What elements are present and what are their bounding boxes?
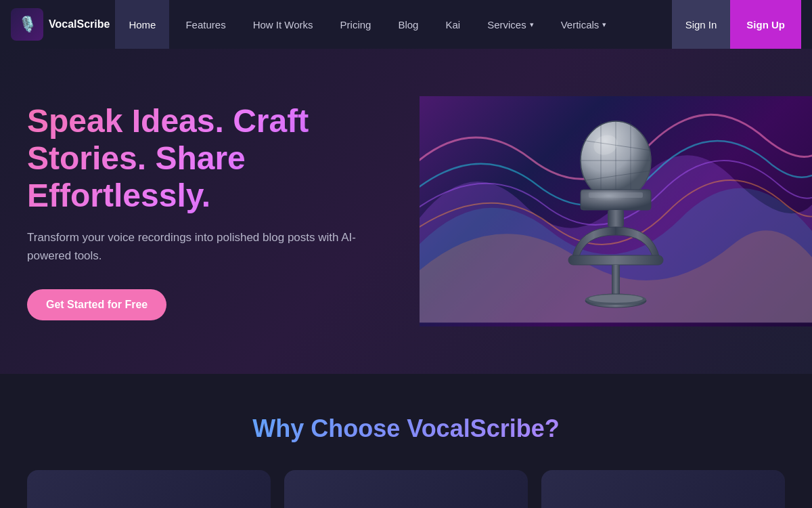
- logo[interactable]: 🎙️ VocalScribe: [11, 8, 110, 41]
- hero-title: Speak Ideas. Craft Stories. Share Effort…: [27, 102, 392, 215]
- nav-pricing-label: Pricing: [340, 19, 371, 30]
- hero-content: Speak Ideas. Craft Stories. Share Effort…: [27, 102, 420, 320]
- hero-section: Speak Ideas. Craft Stories. Share Effort…: [0, 49, 812, 374]
- navbar: 🎙️ VocalScribe Home Features How It Work…: [0, 0, 812, 49]
- logo-text: VocalScribe: [49, 18, 110, 30]
- microphone-svg: [541, 110, 690, 313]
- nav-item-features[interactable]: Features: [172, 0, 239, 49]
- svg-rect-11: [568, 255, 663, 265]
- svg-rect-10: [608, 210, 624, 227]
- logo-icon: 🎙️: [11, 8, 43, 41]
- nav-verticals-label: Verticals: [561, 19, 600, 30]
- nav-item-pricing[interactable]: Pricing: [327, 0, 385, 49]
- why-card-1: [27, 470, 271, 508]
- nav-item-services[interactable]: Services ▾: [474, 0, 547, 49]
- hero-subtitle: Transform your voice recordings into pol…: [27, 228, 392, 265]
- why-card-3: [541, 470, 785, 508]
- nav-services-label: Services: [487, 19, 526, 30]
- sign-in-button[interactable]: Sign In: [672, 0, 731, 49]
- nav-item-home[interactable]: Home: [115, 0, 169, 49]
- nav-item-verticals[interactable]: Verticals ▾: [547, 0, 621, 49]
- logo-emoji: 🎙️: [18, 16, 37, 33]
- why-cards-container: [27, 470, 785, 508]
- svg-point-15: [589, 295, 643, 303]
- nav-item-kai[interactable]: Kai: [432, 0, 474, 49]
- sign-up-label: Sign Up: [746, 19, 785, 30]
- nav-home-label: Home: [129, 19, 156, 30]
- why-card-2: [284, 470, 528, 508]
- nav-features-label: Features: [185, 19, 225, 30]
- hero-cta-button[interactable]: Get Started for Free: [27, 289, 166, 320]
- hero-image: [420, 96, 812, 326]
- nav-blog-label: Blog: [398, 19, 418, 30]
- nav-item-blog[interactable]: Blog: [384, 0, 432, 49]
- sign-up-button[interactable]: Sign Up: [730, 0, 801, 49]
- svg-rect-9: [589, 192, 643, 198]
- verticals-chevron-icon: ▾: [602, 20, 606, 29]
- nav-kai-label: Kai: [445, 19, 460, 30]
- services-chevron-icon: ▾: [530, 20, 534, 29]
- why-choose-section: Why Choose VocalScribe?: [0, 374, 812, 508]
- why-choose-title: Why Choose VocalScribe?: [27, 415, 785, 443]
- nav-item-how-it-works[interactable]: How It Works: [240, 0, 327, 49]
- hero-image-background: [420, 96, 812, 326]
- nav-how-it-works-label: How It Works: [253, 19, 313, 30]
- sign-in-label: Sign In: [685, 19, 717, 30]
